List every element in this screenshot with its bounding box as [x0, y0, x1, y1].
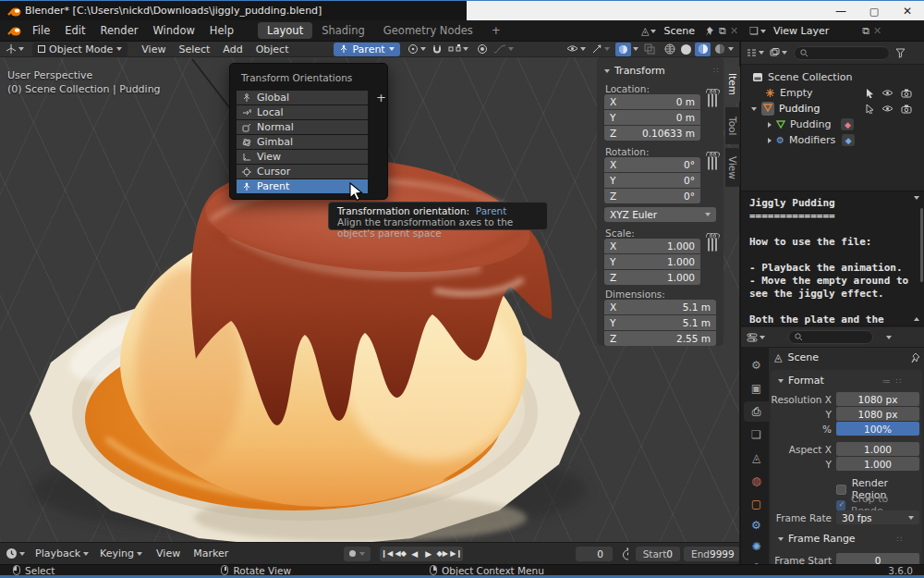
- expand-icon[interactable]: [768, 122, 772, 128]
- overlays-dropdown-icon[interactable]: [615, 43, 638, 56]
- outliner-row-pudding-object[interactable]: Pudding: [751, 101, 820, 117]
- timeline-editor-type-icon[interactable]: [6, 547, 25, 560]
- workspace-tab-shading[interactable]: Shading: [312, 22, 374, 39]
- menu-render[interactable]: Render: [93, 20, 146, 42]
- add-orientation-button[interactable]: +: [376, 91, 386, 105]
- lock-open-icon[interactable]: [715, 238, 717, 252]
- sidebar-tab-tool[interactable]: Tool: [725, 107, 740, 144]
- breadcrumb[interactable]: Scene: [787, 351, 819, 363]
- scale-z-field[interactable]: Z1.000: [604, 270, 700, 285]
- add-workspace-button[interactable]: +: [482, 22, 510, 39]
- proportional-editing-icon[interactable]: [477, 43, 488, 55]
- orientation-option-parent[interactable]: Parent: [237, 179, 368, 193]
- close-button[interactable]: ✕: [892, 2, 923, 20]
- menu-file[interactable]: File: [25, 20, 57, 42]
- delete-scene-icon[interactable]: ✕: [730, 25, 738, 37]
- jump-to-end-button[interactable]: ▶❙: [449, 549, 463, 558]
- transform-orientation-dropdown[interactable]: Parent: [334, 43, 399, 56]
- aspect-x-field[interactable]: 1.000: [836, 442, 919, 456]
- orientation-option-global[interactable]: Global: [237, 91, 368, 105]
- outliner-filter-id-icon[interactable]: [770, 48, 787, 57]
- scene-icon[interactable]: ◬: [641, 25, 649, 37]
- rotation-mode-dropdown[interactable]: XYZ Euler: [604, 207, 716, 223]
- lock-open-icon[interactable]: [715, 93, 717, 107]
- shading-wireframe-icon[interactable]: [662, 43, 677, 56]
- outliner-row-modifiers[interactable]: ⚙ Modifiers ◆: [768, 132, 855, 148]
- properties-options-chevron-icon[interactable]: [886, 336, 892, 339]
- frame-end-field[interactable]: End9999: [684, 547, 739, 561]
- delete-view-layer-icon[interactable]: ✕: [873, 25, 881, 37]
- properties-editor-type-icon[interactable]: [747, 333, 765, 342]
- scale-x-field[interactable]: X1.000: [604, 239, 700, 253]
- panel-grip-icon[interactable]: ∷: [713, 66, 720, 75]
- tab-object-icon[interactable]: ▢: [744, 494, 769, 514]
- orientation-option-cursor[interactable]: Cursor: [237, 165, 368, 178]
- xray-toggle-icon[interactable]: [644, 43, 655, 55]
- scene-browse-chevron-icon[interactable]: [650, 30, 656, 33]
- text-editor[interactable]: Jiggly Pudding ============== How to use…: [741, 191, 924, 326]
- menu-window[interactable]: Window: [145, 20, 201, 42]
- outliner-search-input[interactable]: [794, 46, 890, 60]
- shading-material-icon[interactable]: [695, 43, 711, 56]
- mode-selector[interactable]: Object Mode: [32, 43, 128, 56]
- timeline-menu-playback[interactable]: Playback: [35, 547, 89, 560]
- lock-open-icon[interactable]: [708, 93, 710, 107]
- view-layer-name[interactable]: View Layer: [773, 25, 829, 37]
- rotation-y-field[interactable]: Y0°: [604, 173, 700, 188]
- expand-icon[interactable]: [768, 138, 772, 143]
- camera-visibility-icon[interactable]: [901, 89, 912, 98]
- scale-y-field[interactable]: Y1.000: [604, 254, 700, 269]
- blender-menu-icon[interactable]: [7, 25, 21, 37]
- current-frame-field[interactable]: 0: [576, 547, 613, 561]
- outliner-display-mode-icon[interactable]: [747, 48, 764, 57]
- location-y-field[interactable]: Y0 m: [604, 110, 700, 125]
- camera-visibility-icon[interactable]: [901, 105, 912, 114]
- lock-open-icon[interactable]: [715, 156, 717, 170]
- region-expand-chevron-icon[interactable]: [914, 317, 919, 321]
- auto-keying-button[interactable]: [344, 547, 371, 561]
- viewport-menu-object[interactable]: Object: [249, 43, 296, 55]
- resolution-percent-slider[interactable]: 100%: [836, 422, 919, 436]
- crop-checkbox[interactable]: [836, 500, 845, 510]
- gizmos-dropdown-icon[interactable]: [591, 43, 610, 55]
- minimize-button[interactable]: —: [825, 2, 857, 20]
- viewport-menu-select[interactable]: Select: [172, 43, 216, 55]
- tab-tool-icon[interactable]: ⚙: [744, 355, 769, 375]
- pivot-point-dropdown-icon[interactable]: [407, 43, 426, 55]
- shading-solid-icon[interactable]: [678, 43, 694, 56]
- location-z-field[interactable]: Z0.10633 m: [604, 126, 700, 141]
- workspace-tab-geometry-nodes[interactable]: Geometry Nodes: [374, 22, 482, 39]
- prev-keyframe-button[interactable]: ◀◆: [394, 549, 407, 558]
- properties-search-input[interactable]: [788, 330, 873, 344]
- frame-range-panel-header[interactable]: Frame Range ∷: [778, 533, 903, 545]
- lock-open-icon[interactable]: [708, 238, 710, 252]
- proportional-falloff-dropdown-icon[interactable]: [493, 43, 514, 55]
- view-layer-icon[interactable]: ❏: [749, 25, 759, 37]
- scrollbar[interactable]: [920, 208, 923, 282]
- orientation-option-local[interactable]: Local: [237, 105, 368, 119]
- menu-edit[interactable]: Edit: [57, 20, 92, 42]
- region-collapse-chevron-icon[interactable]: [914, 196, 919, 200]
- view-layer-browse-chevron-icon[interactable]: [760, 30, 766, 33]
- lock-open-icon[interactable]: [711, 93, 713, 107]
- lock-open-icon[interactable]: [711, 238, 713, 252]
- jump-to-start-button[interactable]: ❙◀: [380, 549, 394, 558]
- frame-start-field[interactable]: Start0: [636, 547, 680, 561]
- viewport-menu-add[interactable]: Add: [216, 43, 249, 55]
- aspect-y-field[interactable]: 1.000: [836, 457, 919, 471]
- new-scene-icon[interactable]: ⧉: [719, 25, 726, 37]
- tab-particles-icon[interactable]: ✺: [744, 536, 769, 557]
- play-button[interactable]: ▶: [421, 549, 435, 559]
- format-panel-header[interactable]: Format ≔ ∷: [778, 375, 903, 387]
- pin-icon[interactable]: [911, 352, 920, 363]
- viewport-menu-view[interactable]: View: [135, 43, 172, 55]
- filter-funnel-icon[interactable]: [895, 48, 906, 58]
- stopwatch-icon[interactable]: [622, 547, 628, 560]
- shapekey-badge-icon[interactable]: ◆: [841, 118, 854, 130]
- resolution-x-field[interactable]: 1080 px: [836, 392, 919, 406]
- outliner-row-empty[interactable]: Empty: [765, 85, 812, 101]
- sidebar-tab-view[interactable]: View: [725, 148, 740, 187]
- snap-target-dropdown-icon[interactable]: [448, 44, 468, 54]
- pin-icon[interactable]: [705, 26, 714, 37]
- timeline-menu-marker[interactable]: Marker: [187, 547, 235, 560]
